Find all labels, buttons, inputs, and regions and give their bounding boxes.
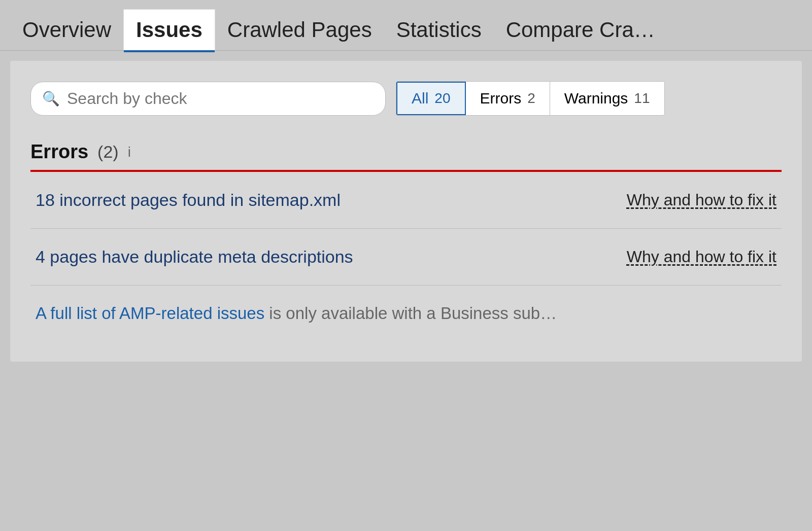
filter-all-count: 20 <box>434 90 450 107</box>
amp-link[interactable]: A full list of AMP-related issues <box>36 304 264 323</box>
issue-sitemap-text: 18 incorrect pages found in sitemap.xml <box>36 190 341 210</box>
tab-issues[interactable]: Issues <box>123 9 215 50</box>
filter-errors-label: Errors <box>480 90 522 107</box>
tab-overview[interactable]: Overview <box>10 10 123 50</box>
tab-crawled-pages[interactable]: Crawled Pages <box>215 10 384 50</box>
filter-all-button[interactable]: All 20 <box>396 82 466 115</box>
filter-bar: 🔍 All 20 Errors 2 Warnings 11 <box>30 81 782 116</box>
info-icon[interactable]: i <box>128 144 131 160</box>
amp-notice-row: A full list of AMP-related issues is onl… <box>30 286 782 341</box>
filter-all-label: All <box>412 90 428 107</box>
issue-duplicate-meta-text: 4 pages have duplicate meta descriptions <box>36 247 353 267</box>
search-icon: 🔍 <box>42 90 60 107</box>
filter-warnings-label: Warnings <box>564 90 628 107</box>
search-box: 🔍 <box>30 82 386 116</box>
amp-notice-text: is only available with a Business sub… <box>264 304 557 323</box>
errors-title: Errors <box>30 141 88 163</box>
filter-errors-count: 2 <box>527 90 535 107</box>
table-row: 4 pages have duplicate meta descriptions… <box>30 229 782 286</box>
issue-duplicate-meta-fix-link[interactable]: Why and how to fix it <box>627 247 776 266</box>
search-input[interactable] <box>67 89 374 108</box>
filter-buttons: All 20 Errors 2 Warnings 11 <box>396 81 665 116</box>
issue-sitemap-fix-link[interactable]: Why and how to fix it <box>627 191 776 209</box>
tab-bar: Overview Issues Crawled Pages Statistics… <box>0 0 812 51</box>
issues-list: 18 incorrect pages found in sitemap.xml … <box>30 172 782 341</box>
filter-errors-button[interactable]: Errors 2 <box>466 82 550 115</box>
filter-warnings-count: 11 <box>634 90 650 107</box>
errors-section-header: Errors (2) i <box>30 141 782 163</box>
tab-statistics[interactable]: Statistics <box>384 10 494 50</box>
filter-warnings-button[interactable]: Warnings 11 <box>550 82 664 115</box>
table-row: 18 incorrect pages found in sitemap.xml … <box>30 172 782 229</box>
main-content: 🔍 All 20 Errors 2 Warnings 11 Errors (2)… <box>10 61 802 362</box>
tab-compare[interactable]: Compare Cra… <box>494 10 667 50</box>
errors-count: (2) <box>97 142 119 162</box>
